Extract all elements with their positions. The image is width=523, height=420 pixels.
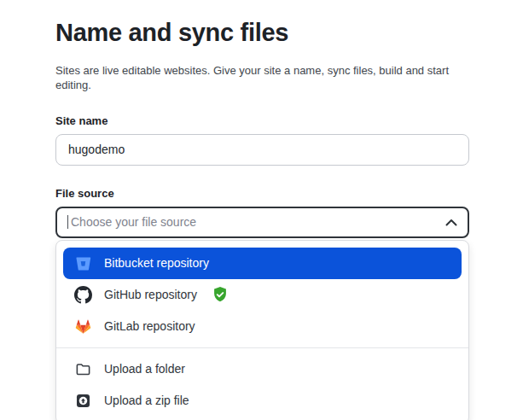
option-gitlab-repository[interactable]: GitLab repository <box>63 311 462 342</box>
dropdown-divider <box>56 347 468 348</box>
option-github-repository[interactable]: GitHub repository <box>63 279 462 311</box>
text-cursor <box>67 215 68 229</box>
bitbucket-icon <box>73 254 92 272</box>
option-label: Bitbucket repository <box>104 256 209 270</box>
site-name-input[interactable] <box>55 134 469 166</box>
page-subtitle: Sites are live editable websites. Give y… <box>55 64 469 93</box>
verified-shield-icon <box>212 286 229 303</box>
chevron-up-icon[interactable] <box>445 219 457 226</box>
page-title: Name and sync files <box>55 19 469 47</box>
name-and-sync-page: Name and sync files Sites are live edita… <box>0 0 523 420</box>
file-source-combobox[interactable] <box>55 207 469 238</box>
option-label: GitLab repository <box>104 319 195 333</box>
option-label: GitHub repository <box>104 288 197 301</box>
option-bitbucket-repository[interactable]: Bitbucket repository <box>63 248 462 279</box>
option-label: Upload a zip file <box>104 394 189 407</box>
gitlab-icon <box>73 317 92 335</box>
file-source-dropdown: Bitbucket repository GitHub repository <box>55 240 469 420</box>
site-name-label: Site name <box>55 114 469 127</box>
file-source-label: File source <box>55 187 469 200</box>
option-upload-zip[interactable]: Upload a zip file <box>63 385 462 417</box>
file-source-input[interactable] <box>69 214 439 230</box>
option-upload-folder[interactable]: Upload a folder <box>63 353 462 385</box>
zip-upload-icon <box>73 391 92 410</box>
option-label: Upload a folder <box>104 362 185 376</box>
folder-icon <box>73 359 92 378</box>
github-icon <box>73 285 92 304</box>
